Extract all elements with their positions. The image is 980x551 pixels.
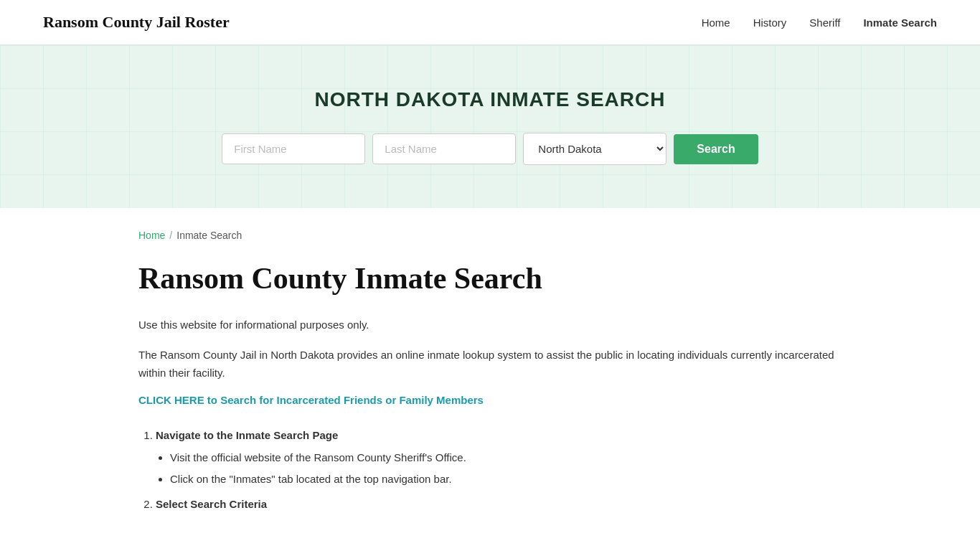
breadcrumb-separator: / <box>169 230 172 241</box>
step-2-label: Select Search Criteria <box>156 498 267 510</box>
breadcrumb-home-link[interactable]: Home <box>138 230 165 241</box>
cta-link[interactable]: CLICK HERE to Search for Incarcerated Fr… <box>138 394 484 406</box>
nav-home[interactable]: Home <box>702 17 730 29</box>
page-heading: Ransom County Inmate Search <box>138 261 842 296</box>
hero-section: NORTH DAKOTA INMATE SEARCH North Dakota … <box>0 45 980 208</box>
step-1-subitem-1: Visit the official website of the Ransom… <box>170 448 842 467</box>
nav-sheriff[interactable]: Sheriff <box>809 17 840 29</box>
site-nav: Home History Sheriff Inmate Search <box>702 17 937 29</box>
step-1: Navigate to the Inmate Search Page Visit… <box>156 426 842 489</box>
state-select[interactable]: North Dakota Minnesota South Dakota Mont… <box>523 133 666 165</box>
step-1-subitems: Visit the official website of the Ransom… <box>156 448 842 488</box>
intro-paragraph-1: Use this website for informational purpo… <box>138 316 842 334</box>
breadcrumb-current: Inmate Search <box>176 230 242 241</box>
nav-history[interactable]: History <box>753 17 787 29</box>
search-form: North Dakota Minnesota South Dakota Mont… <box>14 133 966 165</box>
step-2: Select Search Criteria <box>156 495 842 514</box>
site-title: Ransom County Jail Roster <box>43 13 230 32</box>
last-name-input[interactable] <box>372 133 516 164</box>
main-content: Home / Inmate Search Ransom County Inmat… <box>95 208 885 551</box>
search-button[interactable]: Search <box>674 134 758 164</box>
step-1-subitem-2: Click on the "Inmates" tab located at th… <box>170 470 842 489</box>
step-1-label: Navigate to the Inmate Search Page <box>156 429 338 441</box>
site-header: Ransom County Jail Roster Home History S… <box>0 0 980 45</box>
first-name-input[interactable] <box>222 133 365 164</box>
intro-paragraph-2: The Ransom County Jail in North Dakota p… <box>138 346 842 382</box>
nav-inmate-search[interactable]: Inmate Search <box>863 17 937 29</box>
steps-list: Navigate to the Inmate Search Page Visit… <box>138 426 842 514</box>
hero-title: NORTH DAKOTA INMATE SEARCH <box>14 88 966 111</box>
breadcrumb: Home / Inmate Search <box>138 230 842 241</box>
